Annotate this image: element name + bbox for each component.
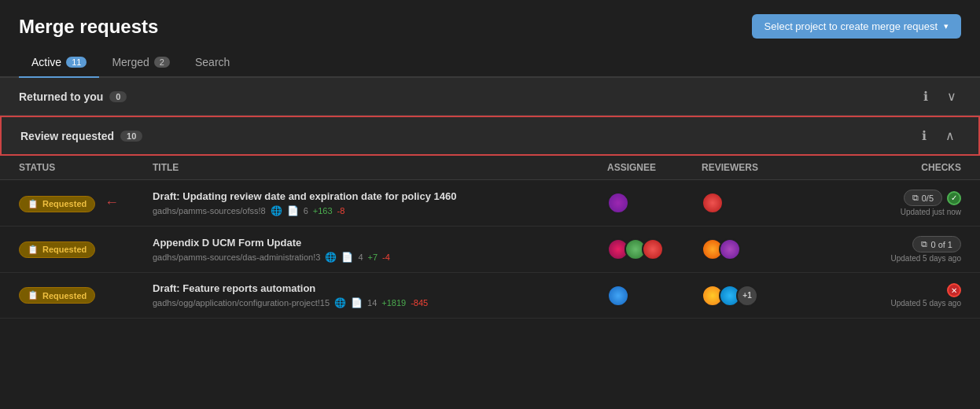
mr-path: gadhs/ogg/application/configuration-proj… xyxy=(153,298,330,308)
returned-to-you-info-button[interactable]: ℹ xyxy=(919,87,933,105)
reviewers-cell xyxy=(702,192,820,214)
checks-status: ⧉ 0 of 1 xyxy=(912,236,961,252)
reviewers-cell xyxy=(702,238,820,260)
deletions: -845 xyxy=(411,298,428,308)
mr-title[interactable]: Draft: Updating review date and expirati… xyxy=(153,190,607,202)
check-pass-icon: ✓ xyxy=(947,191,961,205)
file-icon: 📄 xyxy=(351,297,363,308)
checks-cell: ⧉ 0/5 ✓Updated just now xyxy=(820,190,961,216)
tab-merged[interactable]: Merged 2 xyxy=(99,48,182,78)
title-cell: Appendix D UCM Form Update gadhs/pamms-s… xyxy=(153,237,607,263)
merge-requests-table: 📋 Requested ← Draft: Updating review dat… xyxy=(0,180,980,319)
tab-active-label: Active xyxy=(31,56,61,68)
checks-cell: ✕Updated 5 days ago xyxy=(820,283,961,308)
create-merge-request-button[interactable]: Select project to create merge request ▾ xyxy=(752,14,961,39)
mr-meta: gadhs/pamms-sources/das-administration!3… xyxy=(153,252,607,263)
additions: +1819 xyxy=(381,298,406,308)
status-cell: 📋 Requested xyxy=(19,241,153,258)
requested-icon: 📋 xyxy=(28,245,39,255)
tabs-bar: Active 11 Merged 2 Search xyxy=(0,48,980,78)
avatar xyxy=(642,238,664,260)
returned-to-you-header-left: Returned to you 0 xyxy=(19,90,127,103)
avatar xyxy=(719,238,741,260)
tab-search-label: Search xyxy=(195,56,230,68)
title-cell: Draft: Feature reports automation gadhs/… xyxy=(153,282,607,308)
mr-path: gadhs/pamms-sources/das-administration!3 xyxy=(153,252,320,262)
col-assignee: Assignee xyxy=(607,162,702,173)
table-row[interactable]: 📋 Requested ← Draft: Updating review dat… xyxy=(0,180,980,227)
mr-path: gadhs/pamms-sources/ofss!8 xyxy=(153,206,266,216)
checks-label: 0/5 xyxy=(922,193,934,203)
returned-to-you-collapse-button[interactable]: ∨ xyxy=(942,87,961,105)
checks-status: ✕ xyxy=(947,283,961,297)
avatar xyxy=(702,192,724,214)
copy-icon: ⧉ xyxy=(921,239,927,249)
check-counter: ⧉ 0/5 xyxy=(904,190,942,206)
col-checks: Checks xyxy=(820,162,961,173)
deletions: -4 xyxy=(382,252,390,262)
col-status: Status xyxy=(19,162,153,173)
avatar-overflow: +1 xyxy=(736,285,758,307)
checks-status: ⧉ 0/5 ✓ xyxy=(904,190,961,206)
review-requested-header-right: ℹ ∧ xyxy=(917,127,960,145)
globe-icon: 🌐 xyxy=(334,297,346,308)
requested-icon: 📋 xyxy=(28,290,39,300)
assignee-cell xyxy=(607,238,702,260)
page-header: Merge requests Select project to create … xyxy=(0,0,980,48)
file-count: 4 xyxy=(358,252,363,262)
avatar xyxy=(607,285,629,307)
review-requested-info-button[interactable]: ℹ xyxy=(917,127,931,145)
review-requested-badge: 10 xyxy=(120,131,142,142)
checks-label: 0 of 1 xyxy=(930,240,952,249)
tab-active[interactable]: Active 11 xyxy=(19,48,99,78)
checks-cell: ⧉ 0 of 1 Updated 5 days ago xyxy=(820,236,961,263)
updated-text: Updated just now xyxy=(901,208,961,216)
review-requested-header-left: Review requested 10 xyxy=(20,130,142,142)
page-title: Merge requests xyxy=(19,16,158,38)
review-requested-section: Review requested 10 ℹ ∧ xyxy=(0,116,980,156)
file-icon: 📄 xyxy=(341,252,353,263)
deletions: -8 xyxy=(337,206,345,216)
status-cell: 📋 Requested ← xyxy=(19,194,153,212)
returned-to-you-header-right: ℹ ∨ xyxy=(919,87,961,105)
copy-icon: ⧉ xyxy=(912,193,919,203)
mr-title[interactable]: Appendix D UCM Form Update xyxy=(153,237,607,249)
col-reviewers: Reviewers xyxy=(702,162,820,173)
review-requested-label: Review requested xyxy=(20,130,114,142)
returned-to-you-badge: 0 xyxy=(109,91,127,102)
status-badge: 📋 Requested xyxy=(19,287,95,304)
additions: +163 xyxy=(313,206,333,216)
tab-merged-label: Merged xyxy=(112,56,149,68)
file-icon: 📄 xyxy=(287,205,299,216)
title-cell: Draft: Updating review date and expirati… xyxy=(153,190,607,216)
returned-to-you-label: Returned to you xyxy=(19,90,103,103)
mr-title[interactable]: Draft: Feature reports automation xyxy=(153,282,607,294)
updated-text: Updated 5 days ago xyxy=(890,299,961,308)
requested-icon: 📋 xyxy=(28,199,39,209)
status-cell: 📋 Requested xyxy=(19,287,153,304)
avatar xyxy=(607,192,629,214)
create-btn-label: Select project to create merge request xyxy=(764,20,938,32)
additions: +7 xyxy=(368,252,378,262)
file-count: 6 xyxy=(304,206,308,216)
globe-icon: 🌐 xyxy=(325,252,337,263)
tab-search[interactable]: Search xyxy=(182,48,242,78)
tab-active-badge: 11 xyxy=(66,57,87,68)
reviewers-cell: +1 xyxy=(702,285,820,307)
arrow-indicator: ← xyxy=(105,194,119,210)
assignee-cell xyxy=(607,285,702,307)
check-counter: ⧉ 0 of 1 xyxy=(912,236,961,252)
tab-merged-badge: 2 xyxy=(154,57,170,68)
returned-to-you-section: Returned to you 0 ℹ ∨ xyxy=(0,78,980,116)
globe-icon: 🌐 xyxy=(271,205,282,216)
table-row[interactable]: 📋 Requested Appendix D UCM Form Update g… xyxy=(0,227,980,273)
file-count: 14 xyxy=(367,298,377,308)
check-fail-icon: ✕ xyxy=(947,283,961,297)
status-badge: 📋 Requested xyxy=(19,241,95,258)
table-header: Status Title Assignee Reviewers Checks xyxy=(0,156,980,180)
mr-meta: gadhs/ogg/application/configuration-proj… xyxy=(153,297,607,308)
mr-meta: gadhs/pamms-sources/ofss!8 🌐 📄 6 +163 -8 xyxy=(153,205,607,216)
table-row[interactable]: 📋 Requested Draft: Feature reports autom… xyxy=(0,273,980,319)
review-requested-collapse-button[interactable]: ∧ xyxy=(941,127,960,145)
status-badge: 📋 Requested xyxy=(19,196,95,212)
